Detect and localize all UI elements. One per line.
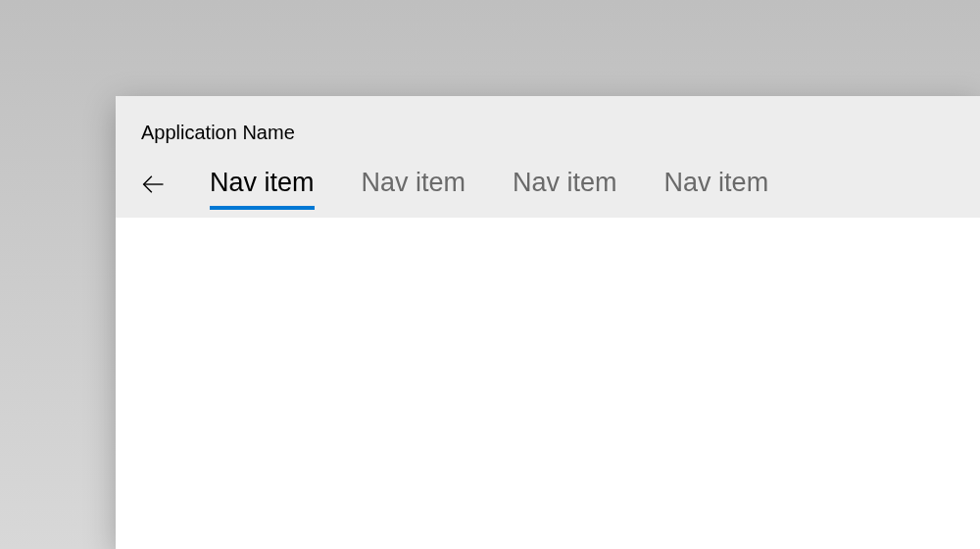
nav-item-label: Nav item (362, 168, 466, 197)
back-button[interactable] (135, 169, 171, 204)
app-window: Application Name Nav item Nav item (116, 96, 980, 549)
content-area (116, 218, 980, 549)
nav-item-4[interactable]: Nav item (664, 168, 769, 204)
nav-items: Nav item Nav item Nav item Nav item (210, 168, 768, 204)
nav-item-1[interactable]: Nav item (210, 168, 315, 204)
back-arrow-icon (139, 171, 167, 202)
header-region: Application Name Nav item Nav item (116, 96, 980, 218)
nav-item-label: Nav item (513, 168, 617, 197)
nav-row: Nav item Nav item Nav item Nav item (116, 168, 980, 218)
nav-item-2[interactable]: Nav item (362, 168, 466, 204)
app-title: Application Name (116, 122, 980, 144)
nav-item-label: Nav item (664, 168, 769, 197)
nav-item-label: Nav item (210, 168, 315, 197)
nav-item-3[interactable]: Nav item (513, 168, 617, 204)
